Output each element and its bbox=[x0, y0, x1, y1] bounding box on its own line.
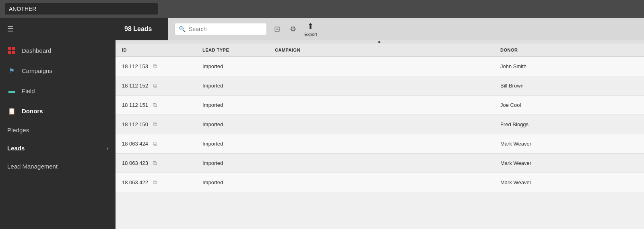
copy-icon[interactable]: ⧉ bbox=[152, 159, 158, 167]
cell-campaign bbox=[268, 57, 494, 76]
cell-id: 18 112 151⧉ bbox=[116, 96, 196, 115]
table-row[interactable]: 18 112 151⧉ImportedJoe Cool bbox=[116, 96, 644, 115]
id-value: 18 063 424 bbox=[122, 141, 148, 147]
sidebar-nav: Dashboard ⚑ Campaigns ▬ Field 📋 Donors P… bbox=[0, 40, 116, 229]
cell-campaign bbox=[268, 76, 494, 96]
sidebar-item-dashboard[interactable]: Dashboard bbox=[0, 40, 116, 60]
cell-campaign bbox=[268, 154, 494, 173]
sidebar-item-lead-management[interactable]: Lead Management bbox=[0, 157, 116, 175]
donors-icon: 📋 bbox=[7, 106, 16, 115]
sidebar-label-leads: Leads bbox=[7, 145, 25, 152]
copy-icon[interactable]: ⧉ bbox=[152, 178, 158, 187]
table-row[interactable]: 18 112 150⧉ImportedFred Bloggs bbox=[116, 115, 644, 134]
sidebar-label-dashboard: Dashboard bbox=[22, 47, 51, 54]
cell-donor: Mark Weaver bbox=[494, 134, 644, 154]
export-icon: ⬆ bbox=[307, 21, 314, 31]
export-label: Export bbox=[304, 32, 317, 37]
cell-campaign bbox=[268, 134, 494, 154]
leads-count-badge: 98 Leads bbox=[116, 18, 168, 40]
copy-icon[interactable]: ⧉ bbox=[152, 81, 158, 90]
cell-lead-type: Imported bbox=[196, 57, 268, 76]
sidebar-label-field: Field bbox=[22, 87, 35, 94]
col-header-id: ID bbox=[116, 44, 196, 57]
copy-icon[interactable]: ⧉ bbox=[152, 139, 158, 148]
sidebar-item-campaigns[interactable]: ⚑ Campaigns bbox=[0, 60, 116, 81]
sidebar-header: ☰ bbox=[0, 18, 116, 40]
copy-icon[interactable]: ⧉ bbox=[152, 120, 158, 129]
sidebar-item-pledges[interactable]: Pledges bbox=[0, 121, 116, 139]
cell-donor: Mark Weaver bbox=[494, 173, 644, 192]
filter-icon: ⊟ bbox=[274, 25, 280, 33]
top-bar bbox=[0, 0, 644, 18]
sidebar-label-lead-management: Lead Management bbox=[7, 163, 58, 170]
search-input[interactable] bbox=[189, 26, 262, 32]
cell-lead-type: Imported bbox=[196, 96, 268, 115]
id-value: 18 063 423 bbox=[122, 160, 148, 166]
cell-donor: Bill Brown bbox=[494, 76, 644, 96]
col-header-donor: DONOR bbox=[494, 44, 644, 57]
cell-id: 18 063 424⧉ bbox=[116, 134, 196, 154]
cell-campaign bbox=[268, 115, 494, 134]
table-row[interactable]: 18 063 423⧉ImportedMark Weaver bbox=[116, 154, 644, 173]
cell-id: 18 112 150⧉ bbox=[116, 115, 196, 134]
cell-lead-type: Imported bbox=[196, 76, 268, 96]
cell-id: 18 112 153⧉ bbox=[116, 57, 196, 76]
flag-icon: ⚑ bbox=[7, 66, 16, 75]
field-icon: ▬ bbox=[7, 86, 16, 95]
copy-icon[interactable]: ⧉ bbox=[152, 101, 158, 109]
content-toolbar: 98 Leads 🔍 ⊟ ⚙ ⬆ Export bbox=[116, 18, 644, 40]
id-value: 18 112 152 bbox=[122, 83, 148, 89]
table-row[interactable]: 18 063 422⧉ImportedMark Weaver bbox=[116, 173, 644, 192]
sidebar-item-field[interactable]: ▬ Field bbox=[0, 81, 116, 101]
table-row[interactable]: 18 063 424⧉ImportedMark Weaver bbox=[116, 134, 644, 154]
sidebar-label-campaigns: Campaigns bbox=[22, 67, 52, 74]
cell-id: 18 063 423⧉ bbox=[116, 154, 196, 173]
toolbar-actions: ⊟ ⚙ ⬆ Export bbox=[272, 21, 317, 37]
search-box: 🔍 bbox=[174, 23, 267, 35]
filter-button[interactable]: ⊟ bbox=[272, 23, 282, 35]
col-header-lead-type: LEAD TYPE bbox=[196, 44, 268, 57]
table-container: ID LEAD TYPE CAMPAIGN DONOR 18 112 153⧉I… bbox=[116, 44, 644, 229]
gear-icon: ⚙ bbox=[290, 25, 296, 33]
resize-handle[interactable] bbox=[116, 40, 644, 44]
cell-donor: Joe Cool bbox=[494, 96, 644, 115]
id-value: 18 112 153 bbox=[122, 63, 148, 69]
table-row[interactable]: 18 112 152⧉ImportedBill Brown bbox=[116, 76, 644, 96]
table-row[interactable]: 18 112 153⧉ImportedJohn Smith bbox=[116, 57, 644, 76]
hamburger-icon[interactable]: ☰ bbox=[7, 25, 14, 33]
cell-lead-type: Imported bbox=[196, 134, 268, 154]
chevron-right-icon: › bbox=[107, 146, 108, 151]
main-layout: ☰ Dashboard ⚑ Campaigns ▬ Field 📋 bbox=[0, 18, 644, 229]
cell-lead-type: Imported bbox=[196, 115, 268, 134]
export-button[interactable]: ⬆ Export bbox=[304, 21, 317, 37]
cell-id: 18 063 422⧉ bbox=[116, 173, 196, 192]
cell-donor: Fred Bloggs bbox=[494, 115, 644, 134]
cell-campaign bbox=[268, 173, 494, 192]
top-bar-input[interactable] bbox=[5, 3, 158, 15]
leads-count-label: 98 Leads bbox=[124, 25, 152, 33]
table-body: 18 112 153⧉ImportedJohn Smith18 112 152⧉… bbox=[116, 57, 644, 192]
cell-donor: Mark Weaver bbox=[494, 154, 644, 173]
sidebar-label-donors: Donors bbox=[22, 108, 43, 114]
cell-donor: John Smith bbox=[494, 57, 644, 76]
col-header-campaign: CAMPAIGN bbox=[268, 44, 494, 57]
table-header-row: ID LEAD TYPE CAMPAIGN DONOR bbox=[116, 44, 644, 57]
settings-button[interactable]: ⚙ bbox=[288, 23, 298, 35]
content-area: 98 Leads 🔍 ⊟ ⚙ ⬆ Export bbox=[116, 18, 644, 229]
leads-table: ID LEAD TYPE CAMPAIGN DONOR 18 112 153⧉I… bbox=[116, 44, 644, 192]
copy-icon[interactable]: ⧉ bbox=[152, 62, 158, 71]
cell-id: 18 112 152⧉ bbox=[116, 76, 196, 96]
id-value: 18 112 150 bbox=[122, 121, 148, 127]
cell-campaign bbox=[268, 96, 494, 115]
dashboard-icon bbox=[7, 46, 16, 55]
sidebar-label-pledges: Pledges bbox=[7, 127, 29, 133]
search-icon: 🔍 bbox=[179, 26, 186, 32]
id-value: 18 112 151 bbox=[122, 102, 148, 108]
sidebar: ☰ Dashboard ⚑ Campaigns ▬ Field 📋 bbox=[0, 18, 116, 229]
id-value: 18 063 422 bbox=[122, 179, 148, 185]
cell-lead-type: Imported bbox=[196, 154, 268, 173]
sidebar-item-donors[interactable]: 📋 Donors bbox=[0, 101, 116, 121]
sidebar-item-leads[interactable]: Leads › bbox=[0, 139, 116, 157]
cell-lead-type: Imported bbox=[196, 173, 268, 192]
